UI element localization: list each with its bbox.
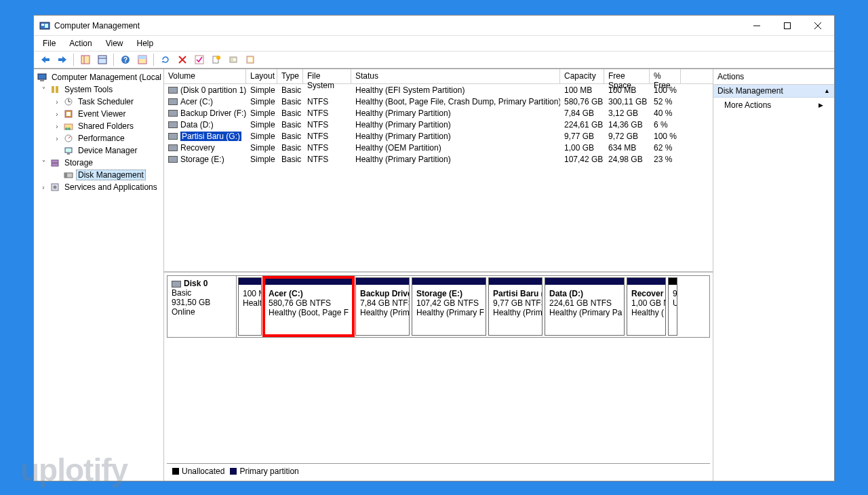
collapse-icon[interactable]: ˅ bbox=[39, 159, 47, 167]
expand-icon[interactable]: › bbox=[53, 111, 61, 118]
tree-storage[interactable]: Storage bbox=[62, 158, 95, 167]
menu-file[interactable]: File bbox=[37, 37, 62, 50]
tree-performance[interactable]: Performance bbox=[76, 134, 127, 143]
volume-table[interactable]: Volume Layout Type File System Status Ca… bbox=[164, 69, 713, 273]
check-icon[interactable] bbox=[191, 52, 207, 67]
legend-primary: Primary partition bbox=[239, 467, 298, 476]
storage-icon bbox=[50, 157, 60, 168]
table-row[interactable]: Acer (C:)SimpleBasicNTFSHealthy (Boot, P… bbox=[164, 96, 713, 107]
svg-rect-22 bbox=[195, 56, 203, 64]
col-fs[interactable]: File System bbox=[303, 69, 351, 83]
tree-event-viewer[interactable]: Event Viewer bbox=[76, 109, 127, 119]
volume-icon bbox=[168, 87, 178, 94]
svg-rect-48 bbox=[64, 173, 67, 178]
navigation-tree[interactable]: Computer Management (Local ˅System Tools… bbox=[34, 69, 164, 481]
folder-shared-icon bbox=[63, 121, 74, 132]
volume-icon bbox=[168, 98, 178, 105]
expand-icon[interactable]: › bbox=[53, 123, 61, 130]
expand-icon[interactable]: › bbox=[53, 135, 61, 142]
col-type[interactable]: Type bbox=[277, 69, 303, 83]
legend-primary-swatch bbox=[230, 468, 237, 475]
disk-row[interactable]: Disk 0 Basic 931,50 GB Online 100 MHealt… bbox=[167, 275, 710, 338]
svg-point-26 bbox=[233, 58, 236, 61]
table-row[interactable]: Backup Driver (F:)SimpleBasicNTFSHealthy… bbox=[164, 107, 713, 119]
partition-block[interactable]: 100 MHealt bbox=[238, 277, 262, 336]
tools-icon bbox=[50, 84, 60, 95]
collapse-icon[interactable]: ▲ bbox=[824, 87, 830, 94]
actions-section[interactable]: Disk Management ▲ bbox=[713, 85, 834, 98]
svg-rect-37 bbox=[66, 112, 71, 116]
col-status[interactable]: Status bbox=[351, 69, 560, 83]
disk-mgmt-icon bbox=[63, 170, 74, 180]
volume-icon bbox=[168, 156, 178, 163]
minimize-button[interactable] bbox=[741, 16, 772, 35]
back-button[interactable] bbox=[37, 52, 53, 67]
legend-unallocated: Unallocated bbox=[182, 467, 224, 476]
tree-root[interactable]: Computer Management (Local bbox=[50, 73, 163, 82]
new-icon[interactable] bbox=[208, 52, 224, 67]
col-layout[interactable]: Layout bbox=[246, 69, 277, 83]
more-actions[interactable]: More Actions ▶ bbox=[713, 98, 834, 113]
menu-help[interactable]: Help bbox=[131, 37, 160, 50]
tree-system-tools[interactable]: System Tools bbox=[62, 85, 115, 94]
forward-button[interactable] bbox=[54, 52, 70, 67]
disk-graphical-view[interactable]: Disk 0 Basic 931,50 GB Online 100 MHealt… bbox=[164, 273, 713, 481]
col-volume[interactable]: Volume bbox=[164, 69, 246, 83]
disk-icon[interactable] bbox=[225, 52, 241, 67]
show-hide-tree-icon[interactable] bbox=[77, 52, 93, 67]
legend: Unallocated Primary partition bbox=[167, 463, 710, 478]
menu-view[interactable]: View bbox=[100, 37, 130, 50]
partition-block[interactable]: Storage (E:)107,42 GB NTFSHealthy (Prima… bbox=[412, 277, 486, 336]
expand-icon[interactable]: › bbox=[53, 98, 61, 106]
tree-disk-management[interactable]: Disk Management bbox=[76, 170, 146, 180]
delete-icon[interactable] bbox=[174, 52, 190, 67]
svg-rect-29 bbox=[38, 74, 46, 79]
partition-block[interactable]: 9U bbox=[668, 277, 677, 336]
help-icon[interactable]: ? bbox=[117, 52, 133, 67]
properties-icon[interactable] bbox=[94, 52, 110, 67]
settings-icon[interactable] bbox=[242, 52, 258, 67]
actions-pane: Actions Disk Management ▲ More Actions ▶ bbox=[713, 69, 834, 481]
table-header[interactable]: Volume Layout Type File System Status Ca… bbox=[164, 69, 713, 84]
svg-rect-32 bbox=[56, 86, 58, 93]
svg-rect-11 bbox=[81, 56, 90, 64]
table-row[interactable]: Partisi Baru (G:)SimpleBasicNTFSHealthy … bbox=[164, 130, 713, 142]
partition-block[interactable]: Partisi Baru (9,77 GB NTFSHealthy (Prim bbox=[488, 277, 542, 336]
disk-state: Online bbox=[172, 307, 232, 317]
menu-action[interactable]: Action bbox=[63, 37, 98, 50]
svg-rect-18 bbox=[138, 56, 146, 59]
center-pane: Volume Layout Type File System Status Ca… bbox=[164, 69, 713, 481]
collapse-icon[interactable]: ˅ bbox=[39, 86, 47, 94]
tree-services[interactable]: Services and Applications bbox=[62, 182, 159, 192]
table-row[interactable]: Data (D:)SimpleBasicNTFSHealthy (Primary… bbox=[164, 119, 713, 130]
view-top-icon[interactable] bbox=[134, 52, 150, 67]
partition-block[interactable]: Acer (C:)580,76 GB NTFSHealthy (Boot, Pa… bbox=[264, 277, 353, 336]
partition-block[interactable]: Recover1,00 GB NHealthy ( bbox=[627, 277, 666, 336]
disk-info[interactable]: Disk 0 Basic 931,50 GB Online bbox=[167, 276, 237, 337]
col-free[interactable]: Free Space bbox=[604, 69, 650, 83]
tree-shared-folders[interactable]: Shared Folders bbox=[76, 121, 136, 131]
maximize-button[interactable] bbox=[772, 16, 802, 35]
svg-point-24 bbox=[216, 56, 220, 60]
expand-icon[interactable]: › bbox=[39, 184, 47, 191]
svg-rect-46 bbox=[52, 163, 58, 166]
toolbar: ? bbox=[34, 51, 834, 68]
volume-icon bbox=[168, 121, 178, 128]
table-row[interactable]: RecoverySimpleBasicNTFSHealthy (OEM Part… bbox=[164, 142, 713, 153]
svg-text:?: ? bbox=[123, 56, 127, 64]
volume-icon bbox=[168, 133, 178, 140]
partition-block[interactable]: Data (D:)224,61 GB NTFSHealthy (Primary … bbox=[545, 277, 625, 336]
svg-rect-1 bbox=[41, 24, 44, 26]
tree-task-scheduler[interactable]: Task Scheduler bbox=[76, 97, 136, 106]
tree-device-manager[interactable]: Device Manager bbox=[76, 146, 139, 155]
close-button[interactable] bbox=[802, 16, 833, 35]
col-capacity[interactable]: Capacity bbox=[560, 69, 604, 83]
partition-block[interactable]: Backup Drive7,84 GB NTFSHealthy (Prim bbox=[355, 277, 410, 336]
table-row[interactable]: (Disk 0 partition 1)SimpleBasicHealthy (… bbox=[164, 84, 713, 96]
table-row[interactable]: Storage (E:)SimpleBasicNTFSHealthy (Prim… bbox=[164, 153, 713, 165]
window-title: Computer Management bbox=[54, 21, 741, 31]
app-window: Computer Management File Action View Hel… bbox=[33, 15, 835, 481]
refresh-icon[interactable] bbox=[157, 52, 173, 67]
col-pfree[interactable]: % Free bbox=[650, 69, 681, 83]
svg-rect-28 bbox=[248, 58, 252, 62]
